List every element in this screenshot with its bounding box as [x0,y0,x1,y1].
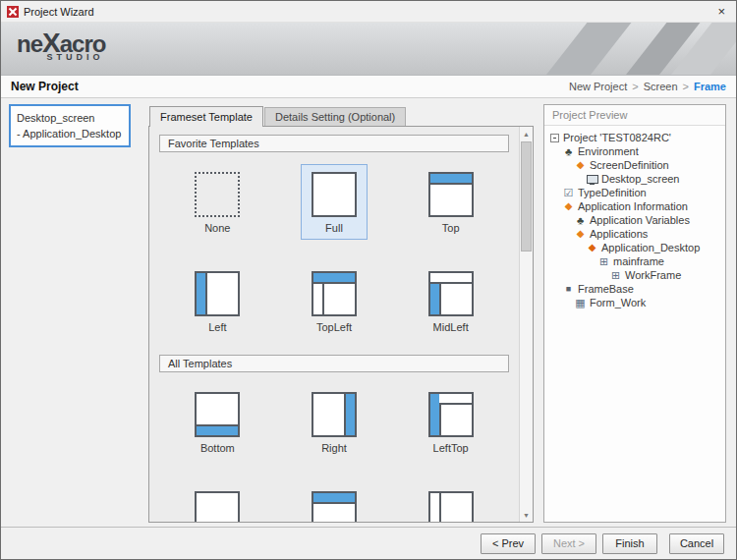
template-topleft-thumb [312,271,357,316]
tab-details-setting[interactable]: Details Setting (Optional) [264,107,406,126]
nexacro-logo: neXacro STUDIO [17,30,105,62]
template-midleft[interactable]: MidLeft [392,263,509,339]
tree-item-applications[interactable]: Applications [548,227,721,241]
template-partial-1[interactable] [159,483,276,522]
breadcrumb-screen: Screen [644,81,678,92]
tree-item-framebase[interactable]: FrameBase [548,282,721,296]
template-partial-1-thumb [195,491,240,522]
application-variables-icon [574,214,587,227]
template-full[interactable]: Full [276,164,393,240]
frameset-template-panel: Favorite Templates None Full [148,126,534,523]
template-topleft[interactable]: TopLeft [276,263,393,339]
tree-item-mainframe[interactable]: mainframe [548,254,721,268]
template-top[interactable]: Top [392,164,509,240]
template-left[interactable]: Left [159,263,276,339]
template-left-thumb [195,271,240,316]
prev-button[interactable]: < Prev [481,533,536,554]
template-lefttop[interactable]: LeftTop [392,384,509,460]
tree-label: ScreenDefinition [590,159,669,171]
template-partial-2[interactable] [276,483,393,522]
collapse-box-icon[interactable] [550,134,559,142]
tree-item-application-variables[interactable]: Application Variables [548,213,721,227]
screen-name: Desktop_screen [17,110,123,126]
tree-item-screendefinition[interactable]: ScreenDefinition [548,158,721,172]
favorite-templates-grid: None Full Top [159,164,509,339]
window-title: Project Wizard [24,6,708,18]
type-definition-icon [562,187,575,199]
scrollbar-thumb[interactable] [521,141,532,252]
thumb-region [430,284,441,314]
project-wizard-dialog: Project Wizard × neXacro STUDIO New Proj… [0,0,737,560]
template-label: Left [208,321,226,334]
thumb-region [313,273,355,284]
tree-item-environment[interactable]: Environment [548,144,721,158]
template-full-thumb [312,172,357,217]
finish-button[interactable]: Finish [602,533,657,554]
tree-label: Desktop_screen [601,173,680,185]
applications-icon [574,228,587,240]
template-midleft-thumb [428,271,474,316]
tree-item-desktop-screen[interactable]: Desktop_screen [548,172,721,186]
scroll-down-icon[interactable]: ▼ [520,508,533,522]
vertical-scrollbar[interactable]: ▲ ▼ [519,127,533,522]
breadcrumb-new-project: New Project [569,81,627,92]
cancel-button[interactable]: Cancel [669,533,724,554]
close-icon[interactable]: × [712,3,730,21]
template-label: Full [325,222,343,235]
template-list: Favorite Templates None Full [149,127,519,522]
template-label: TopLeft [316,321,352,334]
template-none[interactable]: None [159,164,276,240]
project-preview-panel: Project Preview Project 'TEST0824RC' Env… [543,104,726,523]
tree-item-form-work[interactable]: Form_Work [548,296,721,309]
breadcrumb-frame: Frame [694,81,726,92]
template-right[interactable]: Right [276,384,393,460]
screen-definition-icon [574,159,587,171]
thumb-region [430,174,472,185]
template-none-thumb [195,172,240,217]
breadcrumb-bar: New Project New Project > Screen > Frame [1,76,736,98]
project-tree: Project 'TEST0824RC' Environment ScreenD… [544,126,725,314]
tree-item-application-information[interactable]: Application Information [548,199,721,213]
footer-bar: < Prev Next > Finish Cancel [1,527,736,559]
tree-item-project[interactable]: Project 'TEST0824RC' [548,131,721,144]
frame-icon [609,269,622,282]
frame-icon [597,255,610,268]
tree-item-application-desktop[interactable]: Application_Desktop [548,241,721,254]
all-templates-grid: Bottom Right LeftTop [159,384,509,522]
scroll-up-icon[interactable]: ▲ [520,127,533,140]
template-top-thumb [428,172,474,217]
template-bottom-thumb [195,392,240,437]
template-lefttop-thumb [428,392,474,437]
screen-application: - Application_Desktop [17,126,123,141]
template-section: Frameset Template Details Setting (Optio… [148,104,534,523]
all-templates-header: All Templates [159,355,509,372]
tree-item-workframe[interactable]: WorkFrame [548,268,721,282]
thumb-region [439,394,472,405]
thumb-region [313,284,324,314]
tab-frameset-template[interactable]: Frameset Template [149,106,263,127]
monitor-icon [586,174,598,185]
next-button[interactable]: Next > [541,533,596,554]
template-bottom[interactable]: Bottom [159,384,276,460]
application-information-icon [562,200,575,212]
favorite-templates-header: Favorite Templates [159,135,509,152]
thumb-region [430,273,472,284]
template-right-thumb [312,392,357,437]
thumb-region [430,493,441,522]
screen-list-item-desktop[interactable]: Desktop_screen - Application_Desktop [9,104,131,147]
template-partial-3[interactable] [392,483,509,522]
tree-label: Form_Work [590,297,646,308]
tree-label: Environment [578,145,639,157]
tree-label: Application Variables [590,214,690,226]
tree-label: Applications [590,228,648,240]
tree-label: mainframe [613,255,664,267]
breadcrumb-separator: > [632,81,638,92]
tree-item-typedefinition[interactable]: TypeDefinition [548,186,721,199]
title-bar: Project Wizard × [1,1,736,23]
thumb-region [344,394,355,435]
breadcrumb: New Project > Screen > Frame [569,81,726,92]
main-area: Desktop_screen - Application_Desktop Fra… [1,98,736,527]
tree-label: TypeDefinition [578,187,647,198]
form-icon [574,297,587,309]
template-partial-3-thumb [428,491,474,522]
